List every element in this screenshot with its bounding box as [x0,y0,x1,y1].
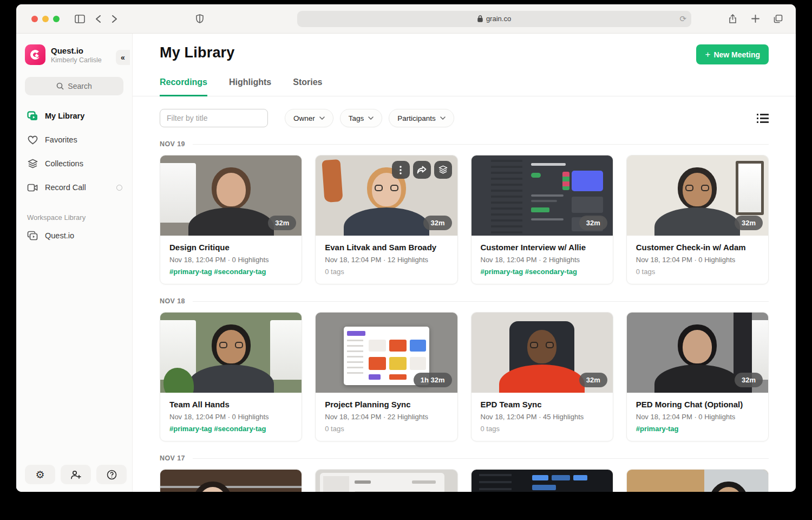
recording-thumbnail[interactable] [160,470,302,492]
workspace-library-section-label: Workspace Library [27,213,132,222]
recording-card[interactable]: 32mCustomer Interview w/ AllieNov 18, 12… [471,155,613,284]
back-button[interactable] [90,11,106,27]
sidebar-item-my-library[interactable]: My Library [16,104,132,128]
recording-thumbnail[interactable]: 32m [472,155,613,236]
recording-thumbnail[interactable]: 32m [627,313,768,393]
screen-element [531,163,566,166]
recording-card[interactable]: 32mEvan Litvak and Sam BroadyNov 18, 12:… [315,155,457,284]
zoom-window-button[interactable] [53,16,60,22]
address-bar[interactable]: grain.co ⟳ [297,11,691,27]
traffic-lights[interactable] [31,16,60,22]
workspace-name[interactable]: Quest.io [51,46,102,55]
page-title: My Library [160,44,235,61]
person-body [188,207,274,236]
sidebar-item-favorites[interactable]: Favorites [16,128,132,152]
sidebar-collapse-button[interactable]: « [116,50,130,65]
recording-title: Team All Hands [169,400,292,409]
recordings-grid: More filters [160,469,769,492]
screen-element [531,194,564,197]
person-glasses [219,342,243,348]
new-meeting-button[interactable]: + New Meeting [696,44,769,64]
screen-element [531,218,564,220]
person-face [217,173,246,206]
reload-icon[interactable]: ⟳ [679,14,686,24]
recording-title: Customer Check-in w/ Adam [636,243,759,252]
sidebar-item-label: Record Call [45,183,86,192]
workspace-logo[interactable] [25,44,45,65]
sidebar-item-record-call[interactable]: Record Call [16,176,132,199]
sidebar-item-collections[interactable]: Collections [16,152,132,176]
owner-filter-dropdown[interactable]: Owner [285,109,333,127]
orange-card [369,357,386,370]
recording-thumbnail[interactable] [627,470,768,492]
main-content: My Library + New Meeting Recordings High… [133,34,796,492]
tab-overview-icon[interactable] [770,11,786,27]
share-icon[interactable] [724,11,741,27]
recording-thumbnail[interactable] [316,470,457,492]
recording-card[interactable]: 32mCustomer Check-in w/ AdamNov 18, 12:0… [626,155,769,284]
duration-badge: 32m [735,373,763,387]
recording-title: Design Critique [169,243,292,252]
recording-thumbnail[interactable]: More filters [472,470,613,492]
participants-filter-dropdown[interactable]: Participants [389,109,454,127]
recording-tags: 0 tags [481,425,604,433]
recording-card[interactable]: 32mEPD Team SyncNov 18, 12:04 PM · 45 Hi… [471,312,613,441]
new-tab-icon[interactable] [747,11,763,27]
date-section-header: NOV 19 [160,140,769,148]
tags-filter-dropdown[interactable]: Tags [340,109,383,127]
recording-card[interactable]: 1h 32mProject Planning SyncNov 18, 12:04… [315,312,457,441]
recording-thumbnail[interactable] [160,313,302,393]
recording-card[interactable]: 32mDesign CritiqueNov 18, 12:04 PM · 0 H… [160,155,302,284]
help-button[interactable] [96,465,127,484]
tab-highlights[interactable]: Highlights [229,77,271,96]
settings-button[interactable]: ⚙ [25,465,55,484]
recording-card[interactable]: Team All HandsNov 18, 12:04 PM · 0 Highl… [160,312,302,441]
recording-thumbnail[interactable]: 32m [627,155,768,236]
date-divider [193,144,769,145]
list-view-toggle[interactable] [757,113,769,123]
recording-meta: Nov 18, 12:04 PM · 45 Highlights [481,413,604,421]
recording-thumbnail[interactable]: 32m [160,155,302,236]
screen-element [412,480,436,484]
share-forward-button[interactable] [413,161,431,179]
sidebar-toggle-icon[interactable] [71,11,88,27]
recording-info: Design CritiqueNov 18, 12:04 PM · 0 High… [160,236,302,284]
browser-toolbar: grain.co ⟳ [16,4,796,34]
more-options-button[interactable] [392,161,410,179]
tab-recordings[interactable]: Recordings [160,77,207,96]
filter-by-title-input[interactable] [160,109,268,127]
recording-info: PED Moring Chat (Optional)Nov 18, 12:04 … [627,393,768,441]
recording-card[interactable] [315,469,457,492]
close-window-button[interactable] [31,16,38,22]
person-add-icon [70,470,81,479]
person-body [654,207,740,236]
screen-element [347,340,363,378]
person-body [344,207,429,236]
recording-meta: Nov 18, 12:04 PM · 0 Highlights [169,413,292,421]
minimize-window-button[interactable] [42,16,49,22]
recording-thumbnail[interactable]: 32m [316,155,457,236]
video-thumbnail-person [627,470,768,492]
recording-tags: #primary-tag #secondary-tag [481,268,604,276]
add-to-collection-button[interactable] [434,161,452,179]
date-label: NOV 19 [160,140,185,148]
tab-stories[interactable]: Stories [293,77,322,96]
recording-title: Project Planning Sync [325,400,448,409]
recording-thumbnail[interactable]: 1h 32m [316,313,457,393]
recording-card[interactable] [160,469,302,492]
recording-thumbnail[interactable]: 32m [472,313,613,393]
person-body [499,365,585,393]
blue-button [532,485,556,490]
invite-member-button[interactable] [61,465,91,484]
screen-element [410,357,426,370]
recording-card[interactable]: 32mPED Moring Chat (Optional)Nov 18, 12:… [626,312,769,441]
recording-meta: Nov 18, 12:04 PM · 22 Highlights [325,413,448,421]
app-sidebar [491,160,522,236]
blue-card [410,340,426,352]
search-input[interactable]: Search [25,77,123,95]
recording-card[interactable] [626,469,769,492]
recording-card[interactable]: More filters [471,469,613,492]
privacy-shield-icon[interactable] [192,11,208,27]
forward-button[interactable] [106,11,122,27]
sidebar-item-quest-io[interactable]: Quest.io [16,224,132,248]
